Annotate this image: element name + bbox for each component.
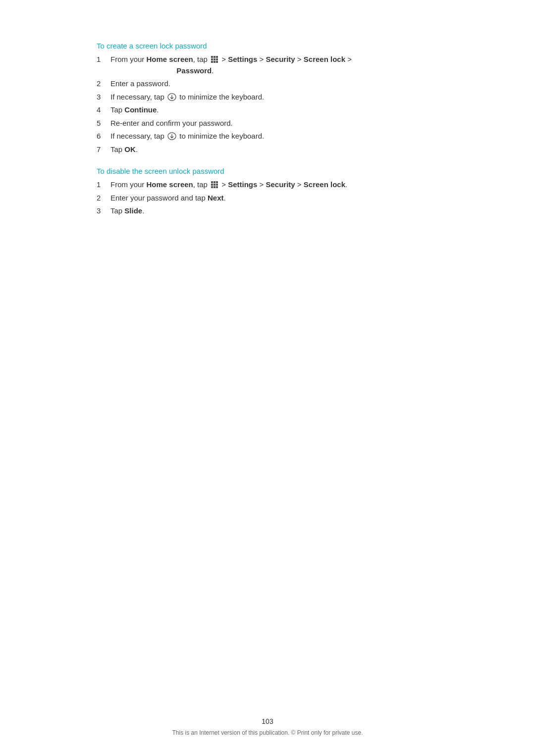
step-text: Re-enter and confirm your password. xyxy=(110,118,438,129)
step-number: 1 xyxy=(97,179,110,191)
step-number: 3 xyxy=(97,205,110,217)
bold-text: Slide xyxy=(124,206,142,215)
svg-rect-0 xyxy=(211,56,213,58)
step-number: 2 xyxy=(97,78,110,90)
svg-rect-8 xyxy=(216,61,218,63)
bold-text: Screen lock xyxy=(304,180,345,189)
step-number: 5 xyxy=(97,118,110,129)
bold-text: Security xyxy=(266,55,295,63)
section-create-password: To create a screen lock password 1 From … xyxy=(97,42,438,155)
svg-rect-14 xyxy=(211,184,213,186)
bold-text: Home screen xyxy=(147,180,193,189)
section1-steps-list: 1 From your Home screen, tap xyxy=(97,54,438,155)
step-number: 3 xyxy=(97,92,110,103)
svg-rect-5 xyxy=(216,58,218,60)
step-number: 4 xyxy=(97,104,110,116)
step-text: Tap Slide. xyxy=(110,205,438,217)
list-item: 2 Enter a password. xyxy=(97,78,438,90)
svg-rect-12 xyxy=(214,181,215,183)
grid-icon xyxy=(211,55,218,63)
list-item: 3 If necessary, tap to minimize the keyb… xyxy=(97,92,438,103)
list-item: 5 Re-enter and confirm your password. xyxy=(97,118,438,129)
section2-steps-list: 1 From your Home screen, tap > S xyxy=(97,179,438,217)
section2-heading: To disable the screen unlock password xyxy=(97,167,438,175)
step-number: 2 xyxy=(97,193,110,204)
grid-icon xyxy=(211,181,218,189)
step-text: Enter a password. xyxy=(110,78,438,90)
list-item: 7 Tap OK. xyxy=(97,144,438,155)
svg-rect-13 xyxy=(216,181,218,183)
step-text: Enter your password and tap Next. xyxy=(110,193,438,204)
step-number: 1 xyxy=(97,54,110,65)
bold-text: Password xyxy=(176,66,212,75)
list-item: 6 If necessary, tap to minimize the keyb… xyxy=(97,131,438,142)
bold-text: Screen lock xyxy=(304,55,345,63)
bold-text: OK xyxy=(124,145,136,153)
step-number: 6 xyxy=(97,131,110,142)
page-footer: 103 This is an Internet version of this … xyxy=(0,717,535,736)
svg-rect-11 xyxy=(211,181,213,183)
step-number: 7 xyxy=(97,144,110,155)
svg-rect-7 xyxy=(214,61,215,63)
svg-rect-18 xyxy=(214,186,215,188)
page-number: 103 xyxy=(0,717,535,725)
section1-heading: To create a screen lock password xyxy=(97,42,438,50)
svg-rect-17 xyxy=(211,186,213,188)
list-item: 1 From your Home screen, tap xyxy=(97,54,438,76)
list-item: 1 From your Home screen, tap > S xyxy=(97,179,438,191)
footer-text: This is an Internet version of this publ… xyxy=(0,729,535,736)
list-item: 4 Tap Continue. xyxy=(97,104,438,116)
step-text: If necessary, tap to minimize the keyboa… xyxy=(110,92,438,103)
bold-text: Home screen xyxy=(147,55,193,63)
svg-rect-19 xyxy=(216,186,218,188)
keyboard-minimize-icon xyxy=(167,93,176,101)
bold-text: Settings xyxy=(228,180,257,189)
list-item: 3 Tap Slide. xyxy=(97,205,438,217)
svg-rect-4 xyxy=(214,58,215,60)
svg-rect-6 xyxy=(211,61,213,63)
bold-text: Settings xyxy=(228,55,257,63)
bold-text: Security xyxy=(266,180,295,189)
step-text: From your Home screen, tap > Settings > xyxy=(110,54,438,76)
bold-text: Next xyxy=(208,194,224,202)
svg-rect-1 xyxy=(214,56,215,58)
list-item: 2 Enter your password and tap Next. xyxy=(97,193,438,204)
keyboard-minimize-icon xyxy=(167,132,176,141)
section-disable-password: To disable the screen unlock password 1 … xyxy=(97,167,438,217)
svg-rect-2 xyxy=(216,56,218,58)
svg-rect-15 xyxy=(214,184,215,186)
svg-rect-16 xyxy=(216,184,218,186)
step-text: Tap OK. xyxy=(110,144,438,155)
svg-rect-3 xyxy=(211,58,213,60)
page-content: To create a screen lock password 1 From … xyxy=(0,0,535,264)
bold-text: Continue xyxy=(124,105,157,114)
step-text: From your Home screen, tap > Settings > … xyxy=(110,179,438,191)
step-text: Tap Continue. xyxy=(110,104,438,116)
step-text: If necessary, tap to minimize the keyboa… xyxy=(110,131,438,142)
